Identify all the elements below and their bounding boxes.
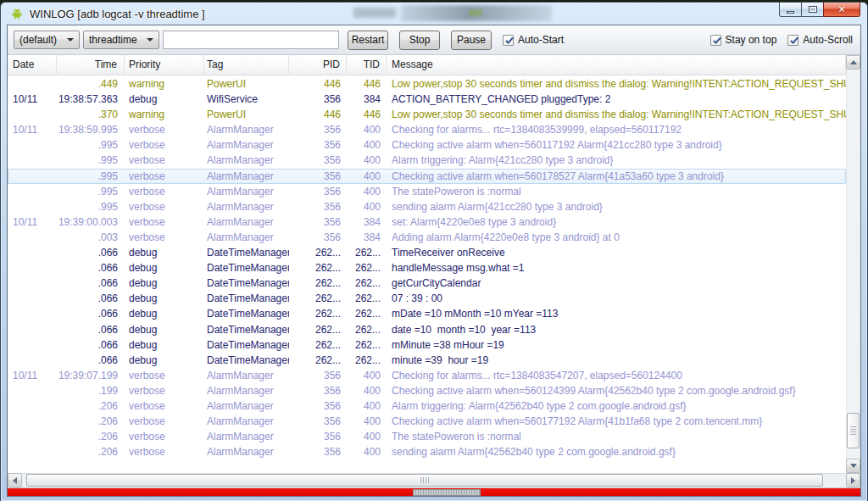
close-button[interactable]: ✕ bbox=[823, 3, 860, 17]
log-cell-date bbox=[8, 199, 57, 214]
log-cell-message: set: Alarm{4220e0e8 type 3 android} bbox=[387, 214, 846, 230]
log-row[interactable]: .995verboseAlarmManager356400Alarm trigg… bbox=[8, 153, 846, 168]
log-row[interactable]: .066debugDateTimeManager262...262...hand… bbox=[8, 260, 846, 276]
log-cell-tag: DateTimeManager bbox=[204, 245, 289, 260]
arrow-left-icon bbox=[13, 477, 17, 484]
log-cell-tag: AlarmManager bbox=[204, 444, 289, 459]
alert-bar-grip[interactable] bbox=[413, 489, 481, 496]
restart-button[interactable]: Restart bbox=[348, 31, 388, 50]
scroll-left-button[interactable] bbox=[8, 473, 22, 487]
log-cell-tag: AlarmManager bbox=[204, 214, 289, 230]
log-row[interactable]: .066debugDateTimeManager262...262...07 :… bbox=[8, 291, 846, 306]
scroll-right-button[interactable] bbox=[846, 473, 860, 487]
auto-start-checkbox[interactable]: Auto-Start bbox=[503, 34, 564, 46]
minimize-button[interactable] bbox=[779, 3, 802, 17]
auto-scroll-checkbox[interactable]: Auto-Scroll bbox=[787, 34, 853, 46]
titlebar-ghost-overlay bbox=[469, 9, 482, 16]
log-cell-tid: 400 bbox=[347, 429, 387, 444]
horizontal-scrollbar-thumb[interactable] bbox=[26, 474, 823, 487]
scroll-up-button[interactable] bbox=[846, 55, 860, 70]
log-cell-priority: verbose bbox=[125, 199, 204, 214]
format-value: threadtime bbox=[89, 34, 137, 46]
log-row[interactable]: 10/1119:38:57.363debugWifiService356384A… bbox=[8, 92, 846, 107]
log-profile-select[interactable]: (default) bbox=[14, 31, 80, 49]
log-cell-date: 10/11 bbox=[8, 368, 57, 383]
column-header-message[interactable]: Message bbox=[387, 55, 846, 75]
vertical-scrollbar[interactable] bbox=[846, 55, 860, 473]
filter-input[interactable] bbox=[163, 31, 339, 49]
log-row[interactable]: .066debugDateTimeManager262...262...minu… bbox=[8, 353, 846, 368]
log-cell-tid: 262... bbox=[347, 322, 387, 337]
column-header-date[interactable]: Date bbox=[8, 55, 57, 75]
log-row[interactable]: .995verboseAlarmManager356400sending ala… bbox=[8, 199, 846, 214]
log-cell-date bbox=[8, 184, 57, 199]
log-cell-time: .995 bbox=[57, 169, 125, 184]
log-row[interactable]: .995verboseAlarmManager356400Checking ac… bbox=[8, 169, 846, 184]
log-cell-message: minute =39 hour =19 bbox=[387, 353, 846, 368]
stop-button[interactable]: Stop bbox=[399, 31, 440, 50]
log-cell-tid: 384 bbox=[347, 92, 387, 107]
log-row[interactable]: .206verboseAlarmManager356400Checking ac… bbox=[8, 414, 846, 429]
log-cell-time: .370 bbox=[57, 107, 125, 122]
log-cell-tag: AlarmManager bbox=[204, 137, 289, 153]
log-cell-pid: 356 bbox=[289, 368, 347, 383]
log-row[interactable]: .066debugDateTimeManager262...262...getC… bbox=[8, 276, 846, 291]
column-header-tag[interactable]: Tag bbox=[204, 55, 289, 75]
log-cell-tid: 400 bbox=[347, 153, 387, 168]
log-cell-date bbox=[8, 169, 57, 184]
log-cell-date bbox=[8, 398, 57, 414]
log-cell-pid: 356 bbox=[289, 383, 347, 398]
log-row[interactable]: .066debugDateTimeManager262...262...Time… bbox=[8, 245, 846, 260]
log-cell-priority: verbose bbox=[125, 444, 204, 459]
log-cell-tag: DateTimeManager bbox=[204, 322, 289, 337]
log-cell-message: The statePoweron is :normal bbox=[387, 429, 846, 444]
log-row[interactable]: .206verboseAlarmManager356400The statePo… bbox=[8, 429, 846, 444]
log-cell-pid: 356 bbox=[289, 230, 347, 245]
format-select[interactable]: threadtime bbox=[83, 31, 159, 49]
titlebar[interactable]: WINLOG [adb logcat -v threadtime ] bbox=[1, 3, 867, 25]
log-cell-time: .206 bbox=[57, 398, 125, 414]
log-row[interactable]: .066debugDateTimeManager262...262...mDat… bbox=[8, 306, 846, 321]
column-header-tid[interactable]: TID bbox=[347, 55, 387, 75]
log-cell-time: .199 bbox=[57, 383, 125, 398]
stay-on-top-checkbox[interactable]: Stay on top bbox=[710, 34, 777, 46]
log-cell-tid: 262... bbox=[347, 260, 387, 276]
maximize-button[interactable] bbox=[801, 3, 824, 17]
log-cell-tid: 262... bbox=[347, 245, 387, 260]
log-cell-date bbox=[8, 137, 57, 153]
log-row[interactable]: .066debugDateTimeManager262...262...mMin… bbox=[8, 337, 846, 353]
log-cell-date bbox=[8, 153, 57, 168]
log-row[interactable]: .066debugDateTimeManager262...262...date… bbox=[8, 322, 846, 337]
log-cell-message: Checking for alarms... rtc=1384083547207… bbox=[387, 368, 846, 383]
horizontal-scrollbar[interactable] bbox=[8, 473, 860, 487]
log-row[interactable]: .370warningPowerUI446446Low power,stop 3… bbox=[8, 107, 846, 122]
log-row[interactable]: .206verboseAlarmManager356400sending ala… bbox=[8, 444, 846, 459]
log-cell-tid: 262... bbox=[347, 337, 387, 353]
log-row[interactable]: .995verboseAlarmManager356400The statePo… bbox=[8, 184, 846, 199]
grip-icon bbox=[420, 477, 429, 483]
pause-button[interactable]: Pause bbox=[451, 31, 492, 50]
log-row[interactable]: 10/1119:39:00.003verboseAlarmManager3563… bbox=[8, 214, 846, 230]
log-row[interactable]: .449warningPowerUI446446Low power,stop 3… bbox=[8, 76, 846, 92]
log-profile-value: (default) bbox=[19, 34, 57, 46]
auto-start-label: Auto-Start bbox=[518, 34, 564, 46]
column-header-pid[interactable]: PID bbox=[289, 55, 347, 75]
vertical-scrollbar-thumb[interactable] bbox=[847, 413, 860, 448]
log-row[interactable]: .995verboseAlarmManager356400Checking ac… bbox=[8, 137, 846, 153]
log-cell-priority: debug bbox=[125, 245, 204, 260]
log-row[interactable]: 10/1119:38:59.995verboseAlarmManager3564… bbox=[8, 122, 846, 137]
log-cell-pid: 262... bbox=[289, 276, 347, 291]
log-cell-time: 19:38:57.363 bbox=[57, 92, 125, 107]
column-header-priority[interactable]: Priority bbox=[125, 55, 204, 75]
log-row[interactable]: .003verboseAlarmManager356384Adding alar… bbox=[8, 230, 846, 245]
log-row[interactable]: .199verboseAlarmManager356400Checking ac… bbox=[8, 383, 846, 398]
log-row[interactable]: 10/1119:39:07.199verboseAlarmManager3564… bbox=[8, 368, 846, 383]
log-row[interactable]: .206verboseAlarmManager356400Alarm trigg… bbox=[8, 398, 846, 414]
column-header-time[interactable]: Time bbox=[57, 55, 125, 75]
log-cell-priority: verbose bbox=[125, 230, 204, 245]
log-cell-message: Checking active alarm when=560124399 Ala… bbox=[387, 383, 846, 398]
log-cell-pid: 446 bbox=[289, 107, 347, 122]
scroll-down-button[interactable] bbox=[846, 459, 860, 473]
log-cell-priority: verbose bbox=[125, 414, 204, 429]
log-cell-time: .995 bbox=[57, 199, 125, 214]
